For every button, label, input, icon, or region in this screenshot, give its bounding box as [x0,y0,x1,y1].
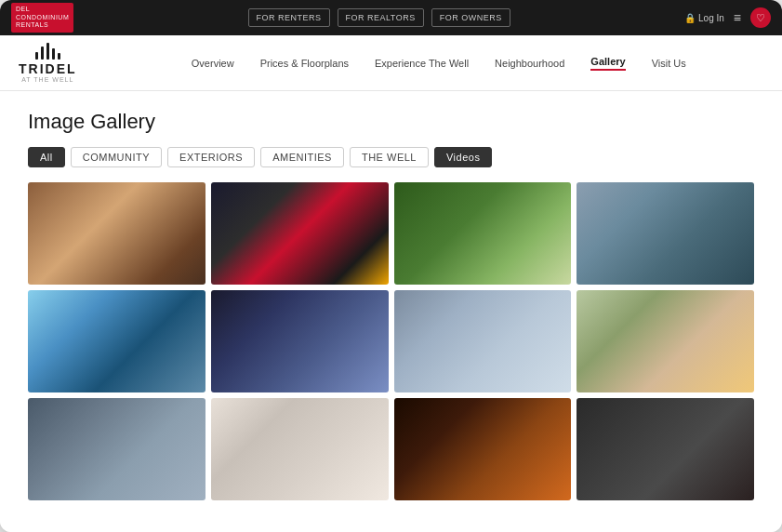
gallery-image-4[interactable] [577,182,754,285]
gallery-image-11[interactable] [394,398,572,500]
filter-bar: All COMMUNITY EXTERIORS AMENITIES THE WE… [28,147,754,167]
gallery-image-1[interactable] [28,182,205,285]
heart-icon: ♡ [756,12,765,24]
nav-gallery[interactable]: Gallery [590,56,625,71]
top-bar: DEL CONDOMINIUM RENTALS FOR RENTERS FOR … [0,0,782,35]
logo-sub: AT THE WELL [21,76,73,83]
gallery-image-10[interactable] [211,398,389,500]
nav-visit-us[interactable]: Visit Us [652,58,686,69]
filter-community[interactable]: COMMUNITY [71,147,162,167]
filter-the-well[interactable]: THE WELL [350,147,429,167]
nav-links: Overview Prices & Floorplans Experience … [114,56,763,71]
gallery-image-6[interactable] [211,290,389,392]
nav-prices-floorplans[interactable]: Prices & Floorplans [260,58,349,69]
for-realtors-button[interactable]: FOR REALTORS [338,8,424,27]
gallery-image-8[interactable] [577,290,754,392]
hamburger-icon[interactable]: ≡ [734,10,741,25]
gallery-image-12[interactable] [577,398,754,500]
top-bar-buttons: FOR RENTERS FOR REALTORS FOR OWNERS [248,8,510,27]
del-sub2: RENTALS [16,21,69,29]
filter-all[interactable]: All [28,147,65,167]
site-logo: TRIDEL AT THE WELL [19,43,77,83]
logo-bars-icon [35,43,60,60]
del-sub1: CONDOMINIUM [16,14,69,21]
nav-neighbourhood[interactable]: Neighbourhood [495,58,564,69]
for-owners-button[interactable]: FOR OWNERS [431,8,510,27]
filter-amenities[interactable]: AMENITIES [260,147,344,167]
nav-overview[interactable]: Overview [192,58,234,69]
nav-bar: TRIDEL AT THE WELL Overview Prices & Flo… [0,35,782,91]
for-renters-button[interactable]: FOR RENTERS [248,8,330,27]
top-bar-left: DEL CONDOMINIUM RENTALS [11,3,73,32]
gallery-image-5[interactable] [28,290,205,392]
gallery-image-7[interactable] [394,290,572,392]
favorites-button[interactable]: ♡ [750,7,771,28]
logo-text: TRIDEL [19,61,77,76]
login-label: Log In [698,13,724,23]
page-title: Image Gallery [28,110,754,134]
filter-videos[interactable]: Videos [434,147,492,167]
filter-exteriors[interactable]: EXTERIORS [167,147,255,167]
gallery-image-9[interactable] [28,398,205,500]
gallery-image-2[interactable] [211,182,389,285]
image-grid [28,182,754,500]
main-content: Image Gallery All COMMUNITY EXTERIORS AM… [0,91,782,532]
top-bar-right: 🔒 Log In ≡ ♡ [684,7,771,28]
gallery-image-3[interactable] [394,182,572,285]
nav-experience[interactable]: Experience The Well [375,58,469,69]
login-button[interactable]: 🔒 Log In [684,13,724,23]
del-logo: DEL CONDOMINIUM RENTALS [11,3,73,32]
lock-icon: 🔒 [684,13,696,23]
del-brand: DEL [16,6,69,13]
